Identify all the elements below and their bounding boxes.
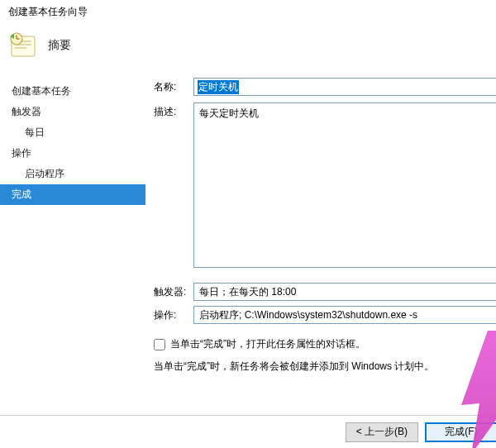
- name-label: 名称:: [154, 78, 193, 96]
- open-properties-checkbox[interactable]: [154, 339, 165, 350]
- wizard-footer: < 上一步(B) 完成(F): [0, 415, 496, 448]
- page-title: 摘要: [48, 38, 71, 53]
- sidebar-item-daily[interactable]: 每日: [0, 122, 145, 143]
- finish-button[interactable]: 完成(F): [425, 422, 496, 442]
- action-label: 操作:: [154, 306, 193, 324]
- main-panel: 名称: 定时关机 描述: 触发器: 每日；在每天的 18:00 操作: 启动程序…: [145, 74, 496, 431]
- back-button[interactable]: < 上一步(B): [346, 422, 418, 442]
- trigger-label: 触发器:: [154, 283, 193, 301]
- desc-label: 描述:: [154, 102, 193, 268]
- sidebar-item-finish[interactable]: 完成: [0, 184, 145, 205]
- sidebar-item-action[interactable]: 操作: [0, 143, 145, 164]
- sidebar-item-trigger[interactable]: 触发器: [0, 102, 145, 122]
- open-properties-label: 当单击“完成”时，打开此任务属性的对话框。: [170, 337, 365, 351]
- sidebar-item-start-program[interactable]: 启动程序: [0, 164, 145, 184]
- wizard-steps-sidebar: 创建基本任务 触发器 每日 操作 启动程序 完成: [0, 74, 145, 431]
- window-title: 创建基本任务向导: [0, 0, 496, 25]
- trigger-value[interactable]: 每日；在每天的 18:00: [193, 283, 496, 301]
- name-value-selected: 定时关机: [198, 80, 239, 94]
- name-field[interactable]: 定时关机: [193, 78, 496, 96]
- sidebar-item-create-task[interactable]: 创建基本任务: [0, 81, 145, 102]
- wizard-header: 摘要: [0, 25, 496, 74]
- description-field[interactable]: [193, 102, 496, 268]
- finish-note: 当单击“完成”时，新任务将会被创建并添加到 Windows 计划中。: [145, 356, 496, 374]
- summary-icon: [10, 31, 38, 60]
- action-value[interactable]: 启动程序; C:\Windows\system32\shutdown.exe -…: [193, 306, 496, 324]
